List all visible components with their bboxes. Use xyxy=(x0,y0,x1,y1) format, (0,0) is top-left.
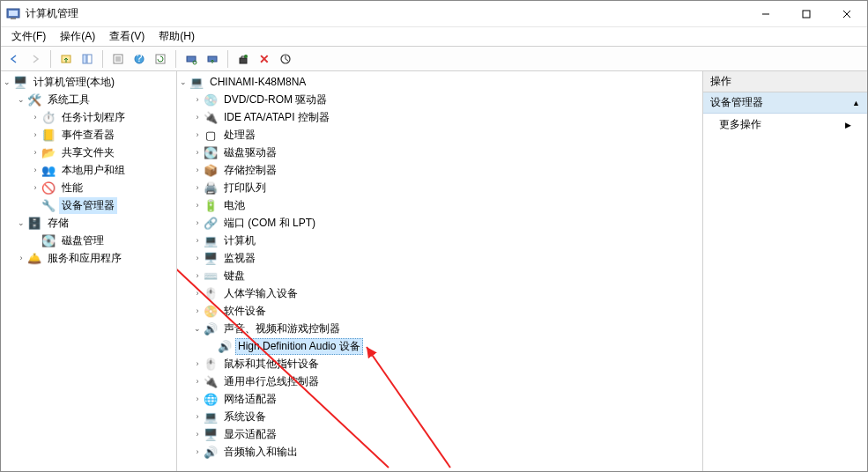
console-item[interactable]: ⌄🗄️存储 xyxy=(1,214,176,232)
device-category[interactable]: ›💻系统设备 xyxy=(177,408,702,425)
tool-icon: 🚫 xyxy=(41,181,56,195)
expand-icon[interactable]: › xyxy=(191,252,204,264)
expand-icon[interactable]: › xyxy=(191,446,204,458)
device-category[interactable]: ›📦存储控制器 xyxy=(177,161,702,179)
refresh-button[interactable] xyxy=(151,49,170,69)
console-item[interactable]: ›🔧设备管理器 xyxy=(1,196,176,214)
device-category[interactable]: ›⌨️键盘 xyxy=(177,267,702,284)
properties-button[interactable] xyxy=(108,49,128,69)
menu-file[interactable]: 文件(F) xyxy=(4,27,53,46)
expand-icon[interactable]: › xyxy=(191,428,204,440)
expand-icon[interactable]: › xyxy=(29,111,41,123)
expand-icon[interactable]: › xyxy=(191,93,204,106)
menu-action[interactable]: 操作(A) xyxy=(53,27,102,46)
tree-item-label: 声音、视频和游戏控制器 xyxy=(221,321,343,337)
show-hide-tree-button[interactable] xyxy=(78,49,97,69)
collapse-icon[interactable]: ⌄ xyxy=(1,76,13,88)
device-category[interactable]: ›🖨️打印队列 xyxy=(177,179,702,196)
expand-icon[interactable]: › xyxy=(191,111,204,123)
expand-icon[interactable]: › xyxy=(191,146,204,159)
console-item[interactable]: ›⏱️任务计划程序 xyxy=(1,108,176,126)
device-icon: 🔗 xyxy=(204,216,218,230)
console-item[interactable]: ⌄🛠️系统工具 xyxy=(1,91,176,108)
device-category[interactable]: ›💽磁盘驱动器 xyxy=(177,144,702,161)
close-button[interactable] xyxy=(827,1,867,27)
tree-item-label: 磁盘驱动器 xyxy=(221,144,279,161)
expand-icon[interactable]: › xyxy=(15,252,27,264)
device-root[interactable]: ⌄💻CHINAMI-K48M8NA xyxy=(177,73,702,91)
menu-help[interactable]: 帮助(H) xyxy=(152,27,202,46)
device-icon: 🌐 xyxy=(204,392,218,406)
device-category[interactable]: ›🔌通用串行总线控制器 xyxy=(177,372,702,390)
device-tree-pane[interactable]: ⌄💻CHINAMI-K48M8NA›💿DVD/CD-ROM 驱动器›🔌IDE A… xyxy=(177,71,703,471)
scan-hardware-button[interactable] xyxy=(182,49,201,69)
device-category[interactable]: ›💻计算机 xyxy=(177,232,702,249)
expand-icon[interactable]: › xyxy=(191,181,204,194)
console-tree[interactable]: ⌄🖥️计算机管理(本地)⌄🛠️系统工具›⏱️任务计划程序›📒事件查看器›📂共享文… xyxy=(1,71,177,471)
device-category[interactable]: ⌄🔊声音、视频和游戏控制器 xyxy=(177,320,702,337)
computer-management-window: 计算机管理 文件(F)操作(A)查看(V)帮助(H) ? ✕ ⌄🖥️计算机管理(… xyxy=(0,0,868,472)
expand-icon[interactable]: › xyxy=(191,305,204,317)
enable-button[interactable] xyxy=(276,49,295,69)
console-root[interactable]: ⌄🖥️计算机管理(本地) xyxy=(1,73,176,91)
device-category[interactable]: ›🖱️人体学输入设备 xyxy=(177,284,702,302)
device-category[interactable]: ›🔌IDE ATA/ATAPI 控制器 xyxy=(177,108,702,126)
device-category[interactable]: ›🔊音频输入和输出 xyxy=(177,443,702,461)
device-category[interactable]: ›▢处理器 xyxy=(177,126,702,144)
console-item[interactable]: ›🚫性能 xyxy=(1,179,176,196)
forward-button[interactable] xyxy=(26,49,45,69)
device-category[interactable]: ›🔗端口 (COM 和 LPT) xyxy=(177,214,702,232)
help-button[interactable]: ? xyxy=(130,49,149,69)
device-item[interactable]: ›🔊High Definition Audio 设备 xyxy=(177,337,702,355)
console-item[interactable]: ›🛎️服务和应用程序 xyxy=(1,249,176,267)
console-item[interactable]: ›💽磁盘管理 xyxy=(1,232,176,249)
device-icon: 🔊 xyxy=(204,321,218,336)
up-button[interactable] xyxy=(56,49,76,69)
maximize-button[interactable] xyxy=(786,1,827,27)
uninstall-button[interactable] xyxy=(234,49,253,69)
update-driver-button[interactable] xyxy=(203,49,222,69)
device-icon: 🖱️ xyxy=(204,357,218,371)
expand-icon[interactable]: › xyxy=(191,358,204,370)
disable-button[interactable]: ✕ xyxy=(255,49,274,69)
minimize-button[interactable] xyxy=(746,1,786,27)
expand-icon[interactable]: › xyxy=(191,217,204,229)
tree-item-label: 音频输入和输出 xyxy=(221,444,300,461)
expand-icon[interactable]: › xyxy=(191,234,204,247)
expand-icon[interactable]: › xyxy=(191,287,204,299)
tree-item-label: 端口 (COM 和 LPT) xyxy=(221,215,318,232)
actions-section-title[interactable]: 设备管理器 ▲ xyxy=(703,92,867,114)
expand-icon[interactable]: › xyxy=(191,199,204,211)
collapse-icon[interactable]: ⌄ xyxy=(191,322,204,335)
expand-icon[interactable]: › xyxy=(29,164,41,176)
expand-icon[interactable]: › xyxy=(191,164,204,176)
expand-icon[interactable]: › xyxy=(29,146,41,159)
expand-icon[interactable]: › xyxy=(29,129,41,141)
collapse-icon[interactable]: ⌄ xyxy=(177,76,189,88)
device-category[interactable]: ›🌐网络适配器 xyxy=(177,390,702,408)
computer-icon: 💻 xyxy=(189,75,204,89)
back-button[interactable] xyxy=(4,49,24,69)
expand-icon[interactable]: › xyxy=(29,181,41,194)
expand-icon[interactable]: › xyxy=(191,393,204,405)
console-item[interactable]: ›📒事件查看器 xyxy=(1,126,176,144)
menu-view[interactable]: 查看(V) xyxy=(102,27,152,46)
console-item[interactable]: ›👥本地用户和组 xyxy=(1,161,176,179)
collapse-icon: ▲ xyxy=(852,99,860,107)
device-category[interactable]: ›💿DVD/CD-ROM 驱动器 xyxy=(177,91,702,108)
more-actions[interactable]: 更多操作 ▶ xyxy=(703,114,867,136)
device-category[interactable]: ›🖱️鼠标和其他指针设备 xyxy=(177,355,702,372)
expand-icon[interactable]: › xyxy=(191,129,204,141)
tree-item-label: 存储控制器 xyxy=(221,162,279,179)
device-category[interactable]: ›🖥️监视器 xyxy=(177,249,702,267)
device-category[interactable]: ›📀软件设备 xyxy=(177,302,702,320)
expand-icon[interactable]: › xyxy=(191,375,204,387)
collapse-icon[interactable]: ⌄ xyxy=(15,217,27,229)
device-category[interactable]: ›🖥️显示适配器 xyxy=(177,425,702,443)
computer-icon: 🖥️ xyxy=(13,75,27,89)
expand-icon[interactable]: › xyxy=(191,410,204,423)
device-category[interactable]: ›🔋电池 xyxy=(177,196,702,214)
expand-icon[interactable]: › xyxy=(191,269,204,282)
console-item[interactable]: ›📂共享文件夹 xyxy=(1,144,176,161)
collapse-icon[interactable]: ⌄ xyxy=(15,93,27,106)
